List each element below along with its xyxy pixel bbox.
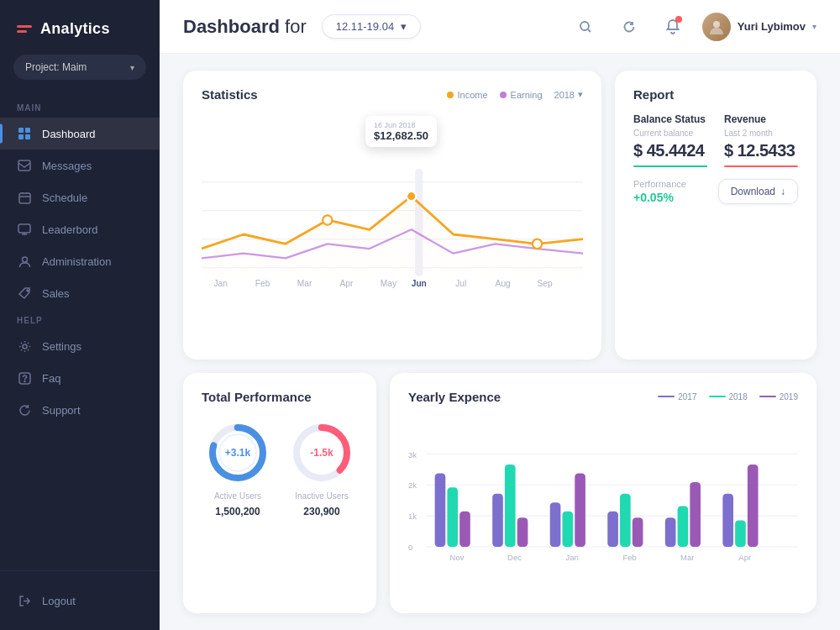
svg-text:Nov: Nov [450,552,465,561]
yearly-expense-card: Yearly Expence 2017 2018 [390,373,816,613]
sidebar-item-logout[interactable]: Logout [0,585,160,617]
statistics-legend: Income Earning 2018 ▾ [447,89,583,100]
legend-label-2017: 2017 [678,392,696,402]
svg-rect-0 [18,128,24,133]
svg-rect-1 [25,128,30,133]
svg-rect-3 [25,134,30,139]
svg-rect-48 [505,465,516,547]
user-menu[interactable]: Yuri Lybimov ▾ [702,13,816,41]
sidebar-item-label-administration: Administration [42,255,111,268]
svg-text:Mar: Mar [297,279,312,288]
logo-bar-1 [17,25,32,28]
download-button[interactable]: Download ↓ [718,179,798,204]
active-users-value: 1,500,200 [215,506,260,517]
year-selector[interactable]: 2018 ▾ [554,89,583,100]
yearly-card-header: Yearly Expence 2017 2018 [408,390,798,404]
notification-badge [675,16,682,23]
sidebar-item-faq[interactable]: Faq [0,362,160,394]
current-balance-label: Current balance [633,129,707,138]
svg-rect-6 [18,224,30,233]
active-users-delta: +3.1k [225,447,250,459]
chevron-down-icon: ▾ [130,63,134,72]
sidebar-item-sales[interactable]: Sales [0,277,160,309]
svg-rect-60 [735,520,746,547]
sidebar-item-leaderboard[interactable]: Leaderbord [0,213,160,245]
svg-text:3k: 3k [408,449,417,459]
search-button[interactable] [571,13,600,41]
sidebar-item-label-faq: Faq [42,372,60,385]
svg-text:Feb: Feb [622,552,636,561]
legend-earning: Earning [500,90,543,100]
svg-point-11 [24,381,25,381]
revenue-divider [724,165,798,167]
statistics-chart: Jan Feb Mar Apr May Jun Jul Aug Sep [202,112,583,348]
svg-rect-61 [748,465,759,547]
sidebar-item-dashboard[interactable]: Dashboard [0,118,160,150]
balance-value: $ 45.4424 [633,141,707,160]
refresh-button[interactable] [615,13,643,41]
svg-text:Mar: Mar [680,552,694,561]
legend-income-label: Income [458,90,488,100]
svg-text:Jan: Jan [565,552,578,561]
svg-rect-56 [665,517,676,547]
top-row: Statistics Income Earning 2018 [183,71,816,360]
legend-line-2018 [709,396,726,397]
tag-icon [17,286,32,301]
revenue-col: Revenue Last 2 month $ 12.5433 [724,113,798,167]
sidebar-logo: Analytics [0,0,160,55]
svg-rect-58 [690,482,701,547]
report-columns: Balance Status Current balance $ 45.4424… [633,113,798,167]
legend-line-2017 [658,396,675,397]
svg-text:Apr: Apr [738,552,751,561]
sidebar-item-settings[interactable]: Settings [0,330,160,362]
logo-bar-2 [17,30,27,33]
balance-status-col: Balance Status Current balance $ 45.4424 [633,113,707,167]
project-label: Project: Maim [25,61,87,73]
balance-divider [633,165,707,167]
sidebar-item-support[interactable]: Support [0,394,160,426]
sidebar-item-administration[interactable]: Administration [0,245,160,277]
svg-rect-51 [562,511,573,546]
balance-status-label: Balance Status [633,113,707,125]
legend-label-2018: 2018 [729,392,748,402]
main-content: Dashboard for 12.11-19.04 ▾ [160,0,840,630]
performance-section: Performance +0.05% [633,179,686,204]
svg-rect-5 [19,193,30,203]
content-area: Statistics Income Earning 2018 [160,54,840,630]
year-chevron-icon: ▾ [578,89,583,100]
sidebar: Analytics Project: Maim ▾ MAIN Dashboard [0,0,160,630]
svg-rect-47 [492,493,503,546]
svg-rect-44 [435,473,446,547]
sidebar-item-schedule[interactable]: Schedule [0,181,160,213]
date-range-selector[interactable]: 12.11-19.04 ▾ [322,14,421,39]
mail-icon [17,158,32,173]
inactive-users-value: 230,900 [303,506,339,517]
svg-text:Jul: Jul [455,279,466,288]
help-icon [17,370,32,386]
header-left: Dashboard for 12.11-19.04 ▾ [183,14,421,39]
svg-text:0: 0 [408,543,412,552]
project-selector[interactable]: Project: Maim ▾ [13,55,146,80]
sidebar-item-label-support: Support [42,404,81,417]
donut-row: +3.1k Active Users 1,500,200 [202,412,358,524]
sidebar-item-messages[interactable]: Messages [0,150,160,181]
avatar [702,13,731,41]
svg-point-7 [22,257,27,262]
inactive-users-donut-wrapper: -1.5k [288,419,355,486]
notification-button[interactable] [659,13,687,41]
statistics-card: Statistics Income Earning 2018 [183,71,601,360]
svg-point-12 [580,22,589,30]
svg-rect-55 [633,517,643,547]
performance-card: Total Performance +3.1k [183,373,376,613]
svg-point-20 [407,192,416,201]
sidebar-item-label-dashboard: Dashboard [42,128,96,140]
for-text: for [285,16,307,37]
sidebar-item-label-schedule: Schedule [42,192,87,204]
sidebar-item-label-leaderboard: Leaderbord [42,223,98,236]
download-label: Download [731,186,775,197]
svg-rect-46 [459,511,470,546]
sidebar-item-label-sales: Sales [42,287,70,300]
svg-rect-4 [18,160,30,171]
user-icon [17,254,32,269]
svg-rect-45 [447,487,458,547]
